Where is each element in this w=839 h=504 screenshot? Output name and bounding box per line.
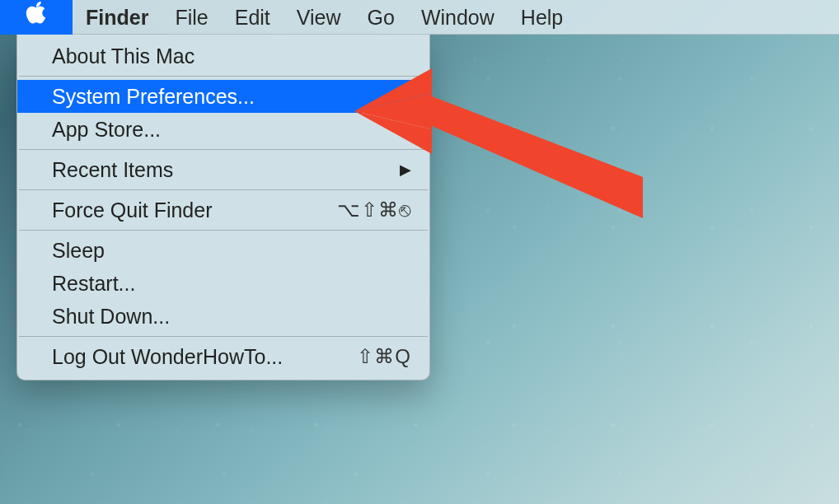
menu-item-label: System Preferences... [52, 85, 411, 109]
menu-item-system-preferences[interactable]: System Preferences... [17, 80, 429, 113]
menu-item-log-out[interactable]: Log Out WonderHowTo... ⇧⌘Q [17, 340, 429, 373]
menu-item-shortcut: ⇧⌘Q [357, 345, 411, 368]
svg-marker-3 [432, 96, 643, 218]
submenu-arrow-icon: ▶ [400, 161, 411, 179]
menu-item-shortcut: ⌥⇧⌘⎋ [337, 198, 411, 222]
menubar-item-view[interactable]: View [284, 0, 354, 35]
menubar-item-window[interactable]: Window [408, 0, 508, 35]
menu-item-label: Shut Down... [52, 305, 411, 329]
menubar: Finder File Edit View Go Window Help [0, 0, 839, 35]
menu-item-label: Restart... [52, 272, 411, 296]
menu-item-label: About This Mac [52, 44, 411, 68]
menu-item-label: App Store... [52, 118, 411, 142]
menu-item-label: Force Quit Finder [52, 198, 337, 222]
menu-item-app-store[interactable]: App Store... [17, 113, 429, 146]
menu-item-force-quit[interactable]: Force Quit Finder ⌥⇧⌘⎋ [17, 194, 429, 226]
menu-item-label: Recent Items [52, 158, 400, 182]
menu-separator [19, 336, 428, 337]
menubar-item-file[interactable]: File [162, 0, 221, 35]
menu-item-label: Sleep [52, 239, 411, 263]
menu-item-recent-items[interactable]: Recent Items ▶ [17, 153, 429, 186]
menu-item-about-this-mac[interactable]: About This Mac [17, 40, 429, 72]
menu-item-sleep[interactable]: Sleep [17, 234, 429, 267]
apple-menu-button[interactable] [0, 0, 73, 35]
apple-menu-dropdown: About This Mac System Preferences... App… [16, 35, 430, 380]
menu-item-shut-down[interactable]: Shut Down... [17, 300, 429, 333]
menubar-item-go[interactable]: Go [354, 0, 408, 35]
menu-separator [19, 189, 428, 190]
menu-separator [19, 149, 428, 150]
menu-separator [19, 230, 428, 231]
apple-logo-icon [25, 0, 48, 35]
menu-item-restart[interactable]: Restart... [17, 267, 429, 300]
menubar-item-edit[interactable]: Edit [222, 0, 284, 35]
menubar-app-name[interactable]: Finder [73, 0, 162, 35]
menu-item-label: Log Out WonderHowTo... [52, 345, 357, 369]
menubar-item-help[interactable]: Help [508, 0, 576, 35]
menu-separator [19, 76, 428, 77]
